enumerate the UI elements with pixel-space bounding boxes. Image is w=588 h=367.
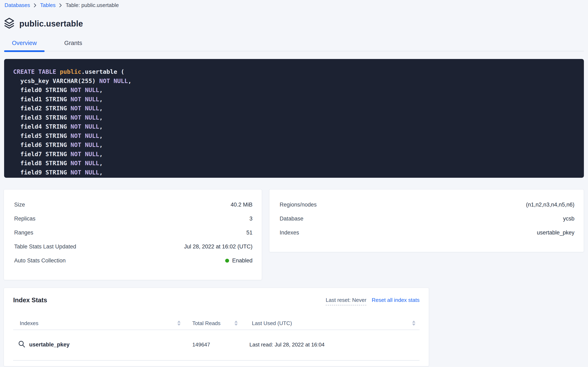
page-header: public.usertable [4, 18, 588, 29]
stat-label: Table Stats Last Updated [14, 243, 76, 250]
index-name-link[interactable]: usertable_pkey [29, 341, 70, 348]
stat-label: Size [14, 201, 25, 208]
stat-label: Database [280, 216, 303, 222]
sql-line: field8 STRING NOT NULL, [13, 159, 576, 168]
table-stats-card: Size 40.2 MiB Replicas 3 Ranges 51 Table… [4, 189, 262, 280]
stat-value: 40.2 MiB [231, 201, 253, 208]
status-enabled-dot [225, 259, 229, 263]
sql-line: field2 STRING NOT NULL, [13, 104, 576, 113]
index-stats-title: Index Stats [13, 297, 47, 304]
table-info-card: Regions/nodes (n1,n2,n3,n4,n5,n6) Databa… [269, 189, 584, 252]
table-stack-icon [4, 17, 14, 30]
stat-value: ycsb [563, 216, 574, 222]
page-title: public.usertable [19, 19, 83, 28]
stat-value: Jul 28, 2022 at 16:02 (UTC) [184, 243, 252, 250]
sql-line: field9 STRING NOT NULL, [13, 168, 576, 177]
sort-icon[interactable] [412, 321, 415, 326]
sort-icon[interactable] [234, 321, 238, 326]
stat-row-stats-updated: Table Stats Last Updated Jul 28, 2022 at… [14, 240, 252, 254]
stat-value: 3 [249, 216, 252, 222]
tab-grants[interactable]: Grants [57, 40, 90, 51]
stat-value: usertable_pkey [537, 230, 574, 236]
sort-icon[interactable] [177, 321, 181, 326]
sql-line: field6 STRING NOT NULL, [13, 140, 576, 150]
table-row: usertable_pkey 149647 Last read: Jul 28,… [13, 330, 420, 359]
column-header-indexes[interactable]: Indexes [20, 320, 38, 326]
breadcrumb-current: Table: public.usertable [66, 2, 119, 8]
sql-line: ycsb_key VARCHAR(255) NOT NULL, [13, 76, 576, 86]
stat-label: Indexes [280, 230, 299, 236]
sql-line: field1 STRING NOT NULL, [13, 95, 576, 104]
breadcrumb-databases-link[interactable]: Databases [5, 2, 30, 8]
stat-label: Replicas [14, 216, 35, 222]
stat-row-regions: Regions/nodes (n1,n2,n3,n4,n5,n6) [280, 198, 574, 212]
stat-label: Ranges [14, 230, 33, 236]
stat-value: (n1,n2,n3,n4,n5,n6) [526, 201, 574, 208]
active-tab-indicator [4, 50, 45, 52]
chevron-right-icon [59, 3, 62, 8]
tab-overview-label: Overview [12, 40, 37, 46]
stat-row-indexes: Indexes usertable_pkey [280, 226, 574, 240]
index-stats-card: Index Stats Last reset: Never Reset all … [4, 288, 429, 366]
breadcrumb: Databases Tables Table: public.usertable [5, 2, 588, 8]
sql-line: field7 STRING NOT NULL, [13, 150, 576, 159]
tab-overview[interactable]: Overview [4, 40, 45, 51]
column-header-last-used[interactable]: Last Used (UTC) [252, 320, 292, 326]
stat-label: Auto Stats Collection [14, 258, 66, 264]
stat-value: Enabled [225, 258, 252, 264]
last-reset-label[interactable]: Last reset: Never [326, 297, 366, 305]
stat-label: Regions/nodes [280, 201, 317, 208]
status-enabled-label: Enabled [232, 258, 252, 264]
column-header-total-reads[interactable]: Total Reads [192, 320, 220, 326]
breadcrumb-tables-link[interactable]: Tables [40, 2, 56, 8]
stat-value: 51 [246, 230, 252, 236]
chevron-right-icon [34, 3, 36, 8]
summary-cards: Size 40.2 MiB Replicas 3 Ranges 51 Table… [4, 189, 584, 280]
reset-index-stats-link[interactable]: Reset all index stats [372, 297, 420, 303]
stat-row-database: Database ycsb [280, 212, 574, 226]
sql-line: field4 STRING NOT NULL, [13, 122, 576, 131]
tab-grants-label: Grants [64, 40, 82, 46]
stat-row-size: Size 40.2 MiB [14, 198, 252, 212]
index-table-header: Indexes Total Reads Last Used (UTC) [13, 320, 420, 328]
index-stats-controls: Last reset: Never Reset all index stats [326, 297, 420, 305]
table-row-divider [13, 360, 420, 361]
sql-line: field3 STRING NOT NULL, [13, 113, 576, 122]
stat-row-replicas: Replicas 3 [14, 212, 252, 226]
search-icon [18, 341, 25, 349]
stat-row-auto-stats: Auto Stats Collection Enabled [14, 254, 252, 267]
tab-bar: Overview Grants [4, 40, 584, 51]
index-total-reads: 149647 [192, 341, 210, 348]
index-stats-header: Index Stats Last reset: Never Reset all … [13, 297, 420, 305]
sql-line: field5 STRING NOT NULL, [13, 131, 576, 141]
create-table-statement: CREATE TABLE public.usertable ( ycsb_key… [4, 59, 584, 178]
sql-line: field0 STRING NOT NULL, [13, 85, 576, 95]
index-last-used: Last read: Jul 28, 2022 at 16:04 [249, 341, 325, 348]
sql-line: CREATE TABLE public.usertable ( [13, 67, 576, 76]
stat-row-ranges: Ranges 51 [14, 226, 252, 240]
